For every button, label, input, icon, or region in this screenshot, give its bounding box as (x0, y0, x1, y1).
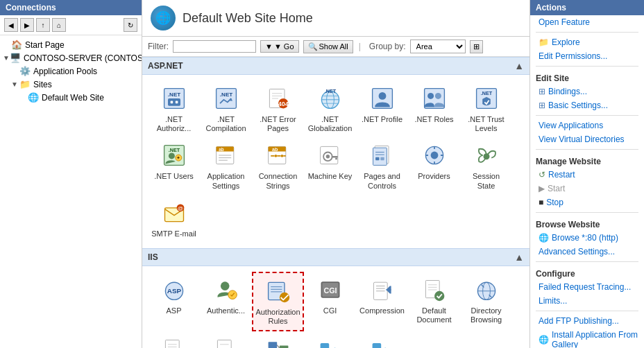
aspnet-title: ASP.NET (148, 61, 183, 71)
session-state-item[interactable]: Session State (460, 137, 512, 194)
app-settings-item[interactable]: ab Application Settings (200, 137, 252, 194)
default-document-item[interactable]: Default Document (408, 272, 460, 331)
net-trust-item[interactable]: .NET .NET Trust Levels (460, 80, 512, 137)
net-roles-item[interactable]: .NET Roles (408, 80, 460, 137)
net-auth-icon: .NET (160, 85, 188, 112)
view-virtual-dirs-link[interactable]: View Virtual Directories (530, 132, 644, 146)
iis-collapse[interactable]: ▲ (514, 252, 524, 263)
sites-icon: 📁 (19, 79, 31, 89)
stop-icon: ■ (539, 198, 543, 207)
authentication-item[interactable]: Authentic... (200, 272, 252, 331)
smtp-label: SMTP E-mail (151, 229, 196, 238)
up-btn[interactable]: ↑ (36, 18, 50, 32)
failed-req-tracing-link[interactable]: Failed Request Tracing... (530, 280, 644, 294)
conn-strings-item[interactable]: ab Connection Strings (252, 137, 304, 194)
net-trust-label: .NET Trust Levels (463, 115, 509, 133)
groupby-select[interactable]: Area (410, 40, 466, 53)
browse-website-section: Browse Website (530, 216, 644, 231)
go-button[interactable]: ▼ ▼ Go (260, 40, 299, 53)
net-profile-item[interactable]: .NET Profile (356, 80, 408, 137)
failedreq-link-label: Failed Request Tracing... (539, 282, 631, 292)
asp-item[interactable]: ASP ASP (148, 272, 200, 331)
bindings-link[interactable]: ⊞ Bindings... (530, 85, 644, 98)
filter-input[interactable] (173, 40, 256, 53)
explore-link[interactable]: 📁 Explore (530, 35, 644, 49)
configure-section: Configure (530, 265, 644, 280)
forward-btn[interactable]: ▶ (20, 18, 34, 32)
connections-toolbar: ◀ ▶ ↑ ⌂ ↻ (0, 15, 142, 35)
svg-rect-49 (373, 148, 387, 166)
svg-text:✦: ✦ (176, 155, 180, 162)
tree-app-pools[interactable]: ⚙️ Application Pools (0, 64, 142, 78)
app-settings-label: Application Settings (203, 172, 249, 190)
failedreq-icon: ! (212, 336, 240, 348)
start-label: Start (548, 184, 565, 193)
providers-item[interactable]: Providers (408, 137, 460, 194)
net-compilation-item[interactable]: .NET .NET Compilation (200, 80, 252, 137)
tree-server[interactable]: ▼ 🖥️ CONTOSO-SERVER (CONTOS... (0, 51, 142, 64)
error-pages-item[interactable]: 404 Error Pages (148, 331, 200, 348)
main-header: 🌐 Default Web Site Home (142, 0, 529, 37)
divider3 (536, 115, 638, 116)
install-app-link[interactable]: 🌐 Install Application From Gallery (530, 328, 644, 348)
dir-browsing-item[interactable]: Directory Browsing (460, 272, 512, 331)
limits-link[interactable]: Limits... (530, 294, 644, 308)
aspnet-collapse[interactable]: ▲ (514, 60, 524, 71)
svg-point-45 (325, 155, 329, 158)
svg-point-42 (280, 155, 283, 157)
open-feature-link[interactable]: Open Feature (530, 15, 644, 29)
auth-label: Authentic... (207, 306, 245, 315)
connections-panel: Connections ◀ ▶ ↑ ⌂ ↻ 🏠 Start Page ▼ 🖥️ … (0, 0, 142, 348)
machine-key-label: Machine Key (308, 172, 353, 181)
back-btn[interactable]: ◀ (4, 18, 18, 32)
advanced-settings-link[interactable]: Advanced Settings... (530, 245, 644, 259)
authz-icon (264, 277, 292, 305)
apppools-icon: ⚙️ (19, 66, 31, 76)
view-virtual-label: View Virtual Directories (539, 134, 625, 144)
go-label: ▼ Go (274, 42, 294, 51)
restart-label: Restart (548, 170, 575, 180)
smtp-email-item[interactable]: @ SMTP E-mail (148, 195, 200, 243)
bindings-label: Bindings... (548, 87, 587, 96)
tree-sites[interactable]: ▼ 📁 Sites (0, 78, 142, 91)
net-prof-label: .NET Profile (362, 115, 402, 124)
add-ftp-link[interactable]: Add FTP Publishing... (530, 314, 644, 328)
tree-start-page[interactable]: 🏠 Start Page (0, 38, 142, 51)
authorization-rules-item[interactable]: Authorization Rules (252, 272, 304, 331)
edit-permissions-link[interactable]: Edit Permissions... (530, 49, 644, 63)
defdoc-label: Default Document (411, 306, 457, 324)
net-users-item[interactable]: .NET ✦ .NET Users (148, 137, 200, 194)
net-authorization-item[interactable]: .NET .NET Authoriz... (148, 80, 200, 137)
net-error-pages-item[interactable]: 404 .NET Error Pages (252, 80, 304, 137)
content-area: ASP.NET ▲ .NET .NET Authoriz... (142, 57, 529, 348)
start-link[interactable]: ▶ Start (530, 182, 644, 195)
actions-header: Actions (530, 0, 644, 15)
refresh-btn[interactable]: ↻ (124, 18, 137, 32)
svg-rect-93 (268, 342, 277, 348)
conn-strings-icon: ab (264, 141, 292, 169)
cgi-icon: CGI (316, 276, 344, 304)
failed-req-item[interactable]: ! Failed Request Tra... (200, 331, 252, 348)
pages-controls-item[interactable]: Pages and Controls (356, 137, 408, 194)
restart-link[interactable]: ↺ Restart (530, 168, 644, 182)
view-applications-link[interactable]: View Applications (530, 119, 644, 132)
show-all-button[interactable]: 🔍 Show All (303, 40, 353, 53)
explore-label: Explore (552, 37, 580, 47)
start-page-label: Start Page (25, 40, 65, 50)
browse-http-link[interactable]: 🌐 Browse *:80 (http) (530, 231, 644, 245)
basic-settings-icon: ⊞ (539, 101, 545, 110)
cgi-item[interactable]: CGI CGI (304, 272, 356, 331)
handler-mappings-item[interactable]: Handler Mappings (252, 331, 304, 348)
view-button[interactable]: ⊞ (470, 40, 483, 53)
http-redirect-item[interactable]: HTTP HTTP Redirect (304, 331, 356, 348)
http-response-item[interactable]: HTTP HTTP Respon... (356, 331, 408, 348)
home-btn[interactable]: ⌂ (52, 18, 66, 32)
compression-item[interactable]: Compression (356, 272, 408, 331)
net-globalization-item[interactable]: .NET .NET Globalization (304, 80, 356, 137)
machine-key-item[interactable]: Machine Key (304, 137, 356, 194)
svg-rect-4 (175, 101, 178, 104)
basic-settings-link[interactable]: ⊞ Basic Settings... (530, 98, 644, 112)
divider6 (536, 261, 638, 262)
tree-default-web-site[interactable]: 🌐 Default Web Site (0, 91, 142, 104)
stop-link[interactable]: ■ Stop (530, 195, 644, 209)
